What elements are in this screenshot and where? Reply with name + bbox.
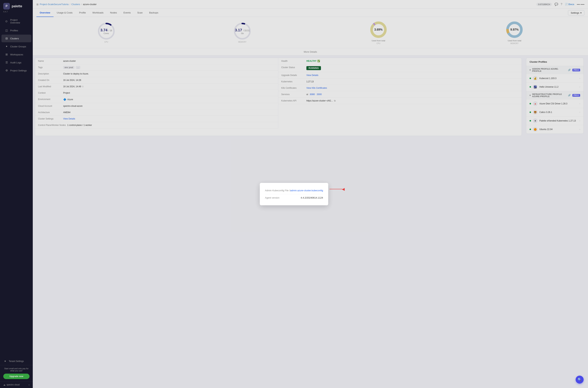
popup-row-kubeconfig: Admin Kubeconfig File ℹ admin.azure-clus… [265,187,323,194]
popup-container: Admin Kubeconfig File ℹ admin.azure-clus… [260,183,328,205]
search-fab-button[interactable]: 🔍 [576,376,584,384]
kubeconfig-popup-overlay[interactable]: Admin Kubeconfig File ℹ admin.azure-clus… [0,0,588,388]
popup-divider [265,194,323,194]
popup-row-agent: Agent version 4.4.2/20240614.1124 [265,194,323,201]
popup-agent-label: Agent version [265,196,279,199]
arrow-left-icon: ◀ [342,187,345,191]
arrow-line [330,189,342,189]
kubeconfig-popup: Admin Kubeconfig File ℹ admin.azure-clus… [260,183,328,205]
popup-kubeconfig-value: admin.azure-cluster.kubeconfig [290,189,323,192]
popup-agent-value: 4.4.2/20240614.1124 [301,196,323,199]
arrow-annotation: ◀ [330,187,345,191]
popup-kubeconfig-label: Admin Kubeconfig File ℹ [265,189,290,192]
search-fab-icon: 🔍 [578,378,582,382]
